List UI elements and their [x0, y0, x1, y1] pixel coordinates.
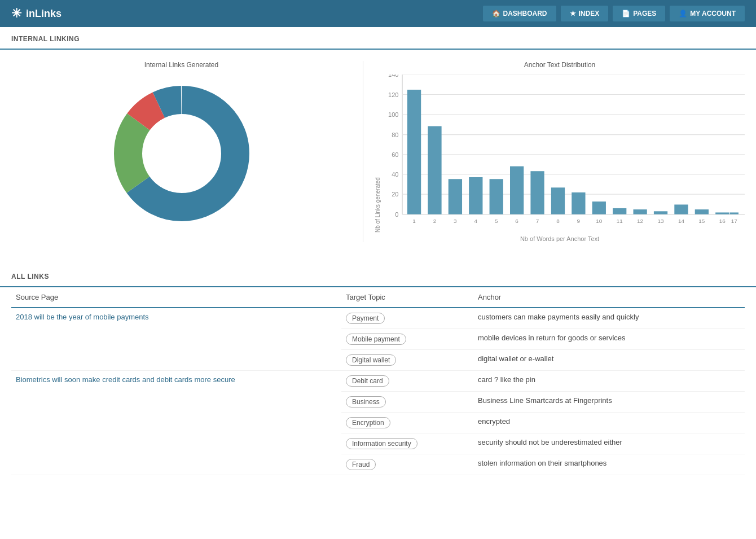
topic-badge: Fraud	[346, 459, 376, 470]
index-label: INDEX	[579, 10, 600, 17]
svg-rect-46	[654, 211, 667, 214]
topic-cell: Payment	[341, 308, 473, 329]
svg-text:11: 11	[617, 218, 623, 224]
topic-badge: Digital wallet	[346, 354, 396, 366]
svg-text:80: 80	[392, 132, 398, 138]
svg-text:16: 16	[719, 218, 726, 224]
topic-badge: Debit card	[346, 375, 389, 387]
topic-badge: Payment	[346, 313, 385, 324]
anchor-cell: stolen information on their smartphones	[473, 454, 745, 475]
table-row: 2018 will be the year of mobile payments…	[11, 308, 745, 329]
main-content: INTERNAL LINKING Internal Links Generate…	[0, 27, 756, 539]
internal-linking-header: INTERNAL LINKING	[0, 27, 756, 50]
svg-text:8: 8	[556, 218, 560, 224]
logo-text: inLinks	[26, 8, 61, 20]
svg-rect-50	[695, 209, 709, 214]
svg-text:0: 0	[395, 211, 398, 218]
anchor-cell: digital wallet or e-wallet	[473, 350, 745, 371]
topic-cell: Digital wallet	[341, 350, 473, 371]
file-icon: 📄	[622, 10, 630, 17]
svg-text:9: 9	[577, 218, 581, 224]
svg-rect-38	[572, 192, 585, 214]
dashboard-button[interactable]: 🏠 DASHBOARD	[483, 6, 556, 21]
all-links-section: ALL LINKS Source Page Target Topic Ancho…	[0, 265, 756, 487]
donut-chart-container: Internal Links Generated	[11, 61, 363, 242]
svg-rect-44	[633, 209, 647, 214]
pages-label: PAGES	[633, 10, 656, 17]
anchor-cell: customers can make payments easily and q…	[473, 308, 745, 329]
topic-badge: Mobile payment	[346, 334, 406, 345]
header: ✳ inLinks 🏠 DASHBOARD ★ INDEX 📄 PAGES 👤 …	[0, 0, 756, 27]
svg-rect-30	[490, 179, 503, 214]
anchor-cell: Business Line Smartcards at Fingerprints	[473, 392, 745, 413]
logo: ✳ inLinks	[11, 6, 61, 21]
source-cell: 2018 will be the year of mobile payments	[11, 308, 341, 371]
topic-cell: Fraud	[341, 454, 473, 475]
svg-rect-52	[715, 212, 729, 214]
home-icon: 🏠	[492, 10, 500, 17]
svg-text:17: 17	[731, 218, 737, 224]
bar-chart-title: Anchor Text Distribution	[375, 61, 745, 69]
svg-text:60: 60	[392, 152, 398, 159]
user-icon: 👤	[679, 10, 687, 17]
svg-text:3: 3	[454, 218, 457, 224]
svg-rect-22	[407, 90, 421, 214]
topic-cell: Information security	[341, 433, 473, 454]
svg-rect-28	[469, 177, 482, 214]
header-nav: 🏠 DASHBOARD ★ INDEX 📄 PAGES 👤 MY ACCOUNT	[483, 6, 745, 21]
svg-text:12: 12	[637, 218, 643, 224]
donut-chart-title: Internal Links Generated	[144, 61, 218, 69]
pages-button[interactable]: 📄 PAGES	[613, 6, 665, 21]
svg-text:5: 5	[495, 218, 498, 224]
svg-text:100: 100	[388, 112, 398, 119]
topic-badge: Encryption	[346, 417, 390, 428]
source-cell: Biometrics will soon make credit cards a…	[11, 371, 341, 475]
bar-chart-container: Anchor Text Distribution Nb of Links gen…	[363, 61, 745, 242]
logo-icon: ✳	[11, 6, 21, 21]
anchor-cell: card ? like the pin	[473, 371, 745, 392]
svg-text:20: 20	[392, 191, 398, 198]
svg-rect-34	[530, 171, 544, 214]
col-source: Source Page	[11, 287, 341, 308]
x-axis-label: Nb of Words per Anchor Text	[375, 235, 745, 242]
svg-rect-36	[551, 187, 565, 214]
svg-rect-42	[613, 208, 626, 214]
svg-text:10: 10	[596, 218, 603, 224]
svg-text:140: 140	[388, 75, 398, 78]
table-row: Biometrics will soon make credit cards a…	[11, 371, 745, 392]
svg-text:14: 14	[678, 218, 685, 224]
svg-rect-48	[674, 204, 688, 214]
all-links-header: ALL LINKS	[0, 265, 756, 287]
anchor-cell: encrypted	[473, 413, 745, 433]
svg-rect-54	[730, 212, 739, 214]
my-account-button[interactable]: 👤 MY ACCOUNT	[670, 6, 745, 21]
my-account-label: MY ACCOUNT	[690, 10, 736, 17]
svg-text:6: 6	[515, 218, 518, 224]
topic-badge: Information security	[346, 438, 417, 449]
index-button[interactable]: ★ INDEX	[561, 6, 609, 21]
svg-rect-26	[449, 179, 462, 214]
dashboard-label: DASHBOARD	[503, 10, 547, 17]
svg-rect-32	[510, 166, 524, 214]
topic-cell: Business	[341, 392, 473, 413]
svg-point-4	[145, 117, 218, 190]
source-link[interactable]: 2018 will be the year of mobile payments	[16, 313, 149, 321]
svg-text:1: 1	[412, 218, 416, 224]
topic-cell: Debit card	[341, 371, 473, 392]
links-table: Source Page Target Topic Anchor 2018 wil…	[11, 287, 745, 475]
svg-rect-24	[428, 126, 441, 214]
svg-text:13: 13	[658, 218, 665, 224]
svg-text:15: 15	[698, 218, 705, 224]
table-header-row: Source Page Target Topic Anchor	[11, 287, 745, 308]
svg-text:4: 4	[474, 218, 478, 224]
y-axis-label: Nb of Links generated	[375, 75, 381, 233]
star-icon: ★	[570, 10, 576, 17]
svg-text:2: 2	[433, 218, 437, 224]
svg-text:7: 7	[536, 218, 539, 224]
table-wrap: Source Page Target Topic Anchor 2018 wil…	[0, 287, 756, 475]
svg-text:40: 40	[392, 171, 398, 178]
charts-section: Internal Links Generated Anchor Text D	[0, 50, 756, 253]
svg-rect-40	[592, 201, 606, 214]
topic-badge: Business	[346, 396, 386, 407]
source-link[interactable]: Biometrics will soon make credit cards a…	[16, 375, 235, 384]
